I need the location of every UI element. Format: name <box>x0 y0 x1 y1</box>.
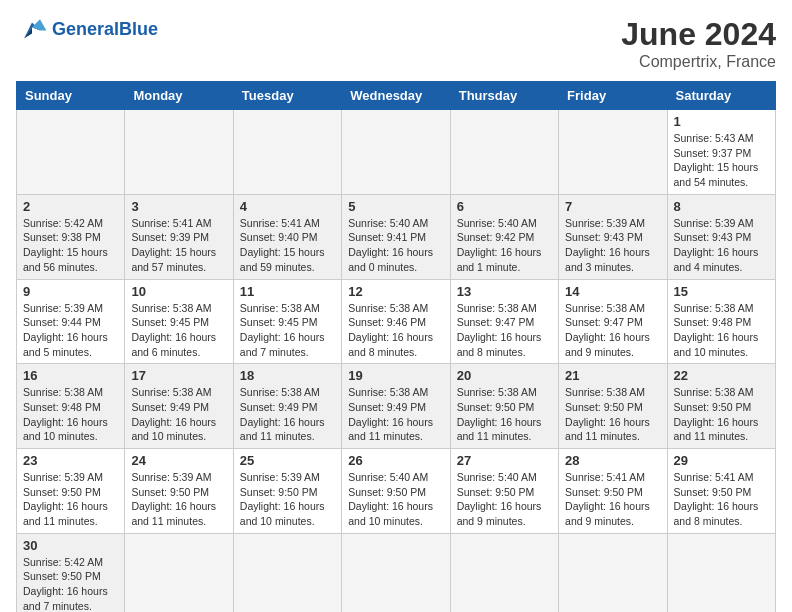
logo-general: General <box>52 19 119 39</box>
day-number: 14 <box>565 284 660 299</box>
calendar-week-row: 1Sunrise: 5:43 AM Sunset: 9:37 PM Daylig… <box>17 110 776 195</box>
day-info: Sunrise: 5:42 AM Sunset: 9:38 PM Dayligh… <box>23 216 118 275</box>
calendar-week-row: 23Sunrise: 5:39 AM Sunset: 9:50 PM Dayli… <box>17 449 776 534</box>
day-info: Sunrise: 5:38 AM Sunset: 9:50 PM Dayligh… <box>457 385 552 444</box>
header-friday: Friday <box>559 82 667 110</box>
day-info: Sunrise: 5:39 AM Sunset: 9:50 PM Dayligh… <box>131 470 226 529</box>
logo-blue: Blue <box>119 19 158 39</box>
day-info: Sunrise: 5:41 AM Sunset: 9:50 PM Dayligh… <box>565 470 660 529</box>
day-number: 6 <box>457 199 552 214</box>
day-number: 29 <box>674 453 769 468</box>
day-info: Sunrise: 5:38 AM Sunset: 9:49 PM Dayligh… <box>348 385 443 444</box>
table-row: 23Sunrise: 5:39 AM Sunset: 9:50 PM Dayli… <box>17 449 125 534</box>
day-number: 24 <box>131 453 226 468</box>
day-info: Sunrise: 5:38 AM Sunset: 9:49 PM Dayligh… <box>240 385 335 444</box>
table-row: 17Sunrise: 5:38 AM Sunset: 9:49 PM Dayli… <box>125 364 233 449</box>
title-area: June 2024 Compertrix, France <box>621 16 776 71</box>
day-info: Sunrise: 5:41 AM Sunset: 9:40 PM Dayligh… <box>240 216 335 275</box>
header-wednesday: Wednesday <box>342 82 450 110</box>
table-row: 3Sunrise: 5:41 AM Sunset: 9:39 PM Daylig… <box>125 194 233 279</box>
day-info: Sunrise: 5:38 AM Sunset: 9:47 PM Dayligh… <box>565 301 660 360</box>
day-number: 8 <box>674 199 769 214</box>
day-number: 16 <box>23 368 118 383</box>
calendar-week-row: 30Sunrise: 5:42 AM Sunset: 9:50 PM Dayli… <box>17 533 776 612</box>
table-row <box>233 110 341 195</box>
calendar-header-row: Sunday Monday Tuesday Wednesday Thursday… <box>17 82 776 110</box>
day-info: Sunrise: 5:38 AM Sunset: 9:50 PM Dayligh… <box>565 385 660 444</box>
table-row: 19Sunrise: 5:38 AM Sunset: 9:49 PM Dayli… <box>342 364 450 449</box>
day-info: Sunrise: 5:38 AM Sunset: 9:50 PM Dayligh… <box>674 385 769 444</box>
day-info: Sunrise: 5:40 AM Sunset: 9:50 PM Dayligh… <box>348 470 443 529</box>
day-number: 28 <box>565 453 660 468</box>
day-number: 3 <box>131 199 226 214</box>
day-info: Sunrise: 5:40 AM Sunset: 9:42 PM Dayligh… <box>457 216 552 275</box>
day-number: 5 <box>348 199 443 214</box>
day-info: Sunrise: 5:43 AM Sunset: 9:37 PM Dayligh… <box>674 131 769 190</box>
header: GeneralBlue June 2024 Compertrix, France <box>16 16 776 71</box>
table-row <box>342 110 450 195</box>
table-row: 6Sunrise: 5:40 AM Sunset: 9:42 PM Daylig… <box>450 194 558 279</box>
table-row: 15Sunrise: 5:38 AM Sunset: 9:48 PM Dayli… <box>667 279 775 364</box>
table-row: 2Sunrise: 5:42 AM Sunset: 9:38 PM Daylig… <box>17 194 125 279</box>
day-number: 18 <box>240 368 335 383</box>
day-info: Sunrise: 5:41 AM Sunset: 9:50 PM Dayligh… <box>674 470 769 529</box>
day-info: Sunrise: 5:39 AM Sunset: 9:50 PM Dayligh… <box>23 470 118 529</box>
day-number: 13 <box>457 284 552 299</box>
day-number: 15 <box>674 284 769 299</box>
table-row: 25Sunrise: 5:39 AM Sunset: 9:50 PM Dayli… <box>233 449 341 534</box>
day-number: 25 <box>240 453 335 468</box>
table-row: 24Sunrise: 5:39 AM Sunset: 9:50 PM Dayli… <box>125 449 233 534</box>
day-info: Sunrise: 5:38 AM Sunset: 9:49 PM Dayligh… <box>131 385 226 444</box>
table-row: 27Sunrise: 5:40 AM Sunset: 9:50 PM Dayli… <box>450 449 558 534</box>
table-row <box>342 533 450 612</box>
table-row: 30Sunrise: 5:42 AM Sunset: 9:50 PM Dayli… <box>17 533 125 612</box>
table-row: 22Sunrise: 5:38 AM Sunset: 9:50 PM Dayli… <box>667 364 775 449</box>
logo-icon <box>16 16 48 44</box>
table-row: 4Sunrise: 5:41 AM Sunset: 9:40 PM Daylig… <box>233 194 341 279</box>
table-row: 18Sunrise: 5:38 AM Sunset: 9:49 PM Dayli… <box>233 364 341 449</box>
day-info: Sunrise: 5:38 AM Sunset: 9:45 PM Dayligh… <box>240 301 335 360</box>
table-row <box>559 533 667 612</box>
day-number: 7 <box>565 199 660 214</box>
day-number: 26 <box>348 453 443 468</box>
day-info: Sunrise: 5:39 AM Sunset: 9:43 PM Dayligh… <box>565 216 660 275</box>
day-info: Sunrise: 5:38 AM Sunset: 9:46 PM Dayligh… <box>348 301 443 360</box>
table-row <box>125 533 233 612</box>
table-row: 13Sunrise: 5:38 AM Sunset: 9:47 PM Dayli… <box>450 279 558 364</box>
table-row: 5Sunrise: 5:40 AM Sunset: 9:41 PM Daylig… <box>342 194 450 279</box>
day-info: Sunrise: 5:39 AM Sunset: 9:43 PM Dayligh… <box>674 216 769 275</box>
table-row: 8Sunrise: 5:39 AM Sunset: 9:43 PM Daylig… <box>667 194 775 279</box>
table-row: 10Sunrise: 5:38 AM Sunset: 9:45 PM Dayli… <box>125 279 233 364</box>
table-row <box>559 110 667 195</box>
table-row: 11Sunrise: 5:38 AM Sunset: 9:45 PM Dayli… <box>233 279 341 364</box>
day-number: 17 <box>131 368 226 383</box>
logo-text: GeneralBlue <box>52 20 158 40</box>
table-row <box>450 533 558 612</box>
day-info: Sunrise: 5:39 AM Sunset: 9:50 PM Dayligh… <box>240 470 335 529</box>
day-info: Sunrise: 5:42 AM Sunset: 9:50 PM Dayligh… <box>23 555 118 612</box>
header-monday: Monday <box>125 82 233 110</box>
logo: GeneralBlue <box>16 16 158 44</box>
header-saturday: Saturday <box>667 82 775 110</box>
table-row: 1Sunrise: 5:43 AM Sunset: 9:37 PM Daylig… <box>667 110 775 195</box>
month-title: June 2024 <box>621 16 776 53</box>
day-number: 20 <box>457 368 552 383</box>
table-row: 28Sunrise: 5:41 AM Sunset: 9:50 PM Dayli… <box>559 449 667 534</box>
day-info: Sunrise: 5:39 AM Sunset: 9:44 PM Dayligh… <box>23 301 118 360</box>
day-info: Sunrise: 5:38 AM Sunset: 9:48 PM Dayligh… <box>23 385 118 444</box>
table-row <box>450 110 558 195</box>
table-row <box>17 110 125 195</box>
day-info: Sunrise: 5:38 AM Sunset: 9:47 PM Dayligh… <box>457 301 552 360</box>
day-number: 27 <box>457 453 552 468</box>
table-row: 20Sunrise: 5:38 AM Sunset: 9:50 PM Dayli… <box>450 364 558 449</box>
calendar-week-row: 9Sunrise: 5:39 AM Sunset: 9:44 PM Daylig… <box>17 279 776 364</box>
header-tuesday: Tuesday <box>233 82 341 110</box>
day-number: 2 <box>23 199 118 214</box>
table-row: 9Sunrise: 5:39 AM Sunset: 9:44 PM Daylig… <box>17 279 125 364</box>
day-number: 19 <box>348 368 443 383</box>
day-number: 22 <box>674 368 769 383</box>
calendar-week-row: 2Sunrise: 5:42 AM Sunset: 9:38 PM Daylig… <box>17 194 776 279</box>
calendar-week-row: 16Sunrise: 5:38 AM Sunset: 9:48 PM Dayli… <box>17 364 776 449</box>
day-number: 9 <box>23 284 118 299</box>
day-number: 1 <box>674 114 769 129</box>
